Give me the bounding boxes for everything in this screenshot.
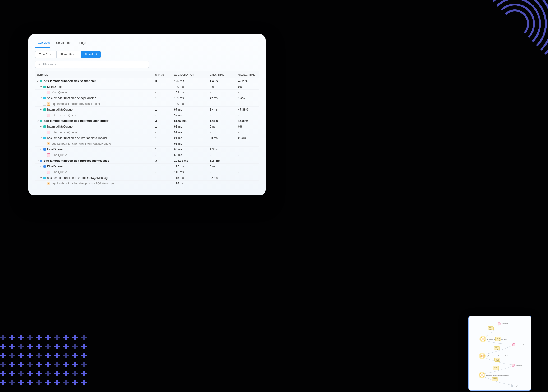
col-spans: SPANS bbox=[155, 73, 174, 76]
table-row[interactable]: IntermediateQueue191 ms0 ns0% bbox=[35, 124, 259, 129]
svg-rect-6 bbox=[482, 338, 484, 340]
view-toggle: Tree Chart Flame Graph Span List bbox=[35, 51, 101, 58]
svg-text:FinalQueue: FinalQueue bbox=[515, 364, 522, 366]
cell-exec: 1.41 s bbox=[210, 119, 238, 123]
map-badge: 97 ms1 req bbox=[495, 337, 501, 341]
chevron-down-icon[interactable] bbox=[40, 177, 42, 179]
cell-exec: 0 ns bbox=[210, 85, 238, 88]
table-row[interactable]: MainQueue1139 ms0 ns0% bbox=[35, 84, 259, 90]
chevron-down-icon[interactable] bbox=[40, 126, 42, 128]
span-table: SERVICE SPANS AVG DURATION EXEC TIME %EX… bbox=[35, 71, 259, 186]
table-row[interactable]: sqs-lambda-function-dev-sqshandler3125 m… bbox=[35, 78, 259, 84]
tree-connector bbox=[43, 182, 46, 185]
map-node[interactable]: IntermediateQueue bbox=[513, 344, 527, 346]
cell-pct: - bbox=[238, 142, 262, 145]
filter-input[interactable] bbox=[35, 61, 149, 68]
chevron-down-icon[interactable] bbox=[36, 80, 39, 82]
table-row[interactable]: FinalQueue-63 ms-- bbox=[35, 152, 259, 158]
chevron-down-icon[interactable] bbox=[36, 160, 39, 162]
table-row[interactable]: IntermediateQueue-91 ms-- bbox=[35, 129, 259, 135]
cell-spans: - bbox=[155, 170, 174, 174]
view-tree-chart[interactable]: Tree Chart bbox=[35, 51, 57, 58]
lambda-icon: λ bbox=[47, 182, 50, 185]
service-dot-icon bbox=[43, 177, 46, 179]
cell-spans: 1 bbox=[155, 148, 174, 151]
cell-pct: 0% bbox=[238, 125, 262, 128]
cell-avg: 115 ms bbox=[174, 170, 210, 174]
svg-text:IntermediateQueue: IntermediateQueue bbox=[516, 344, 527, 345]
map-node[interactable]: MainQueue bbox=[498, 322, 508, 325]
chevron-down-icon[interactable] bbox=[40, 86, 42, 88]
service-label: IntermediateQueue bbox=[52, 131, 77, 134]
cell-avg: 91 ms bbox=[174, 136, 210, 140]
table-row[interactable]: IntermediateQueue197 ms1.44 s47.88% bbox=[35, 107, 259, 112]
service-label: sqs-lambda-function-dev-sqshandler bbox=[44, 79, 96, 83]
cell-spans: 1 bbox=[155, 85, 174, 88]
chevron-down-icon[interactable] bbox=[40, 165, 42, 168]
view-flame-graph[interactable]: Flame Graph bbox=[57, 51, 81, 58]
tab-service-map[interactable]: Service map bbox=[56, 39, 73, 47]
svg-rect-12 bbox=[481, 355, 483, 357]
cell-pct: - bbox=[238, 102, 262, 105]
chevron-down-icon[interactable] bbox=[40, 97, 42, 99]
svg-text:1.48 s: 1.48 s bbox=[489, 327, 493, 329]
lambda-icon: λ bbox=[47, 142, 50, 145]
table-row[interactable]: sqs-lambda-function-dev-intermediateHand… bbox=[35, 135, 259, 141]
cell-exec: - bbox=[210, 114, 238, 117]
map-node[interactable]: sqs-lambda-function-dev-sqsHandler bbox=[479, 336, 507, 343]
cell-spans: 1 bbox=[155, 97, 174, 100]
cell-pct: 46.88% bbox=[238, 119, 262, 123]
table-row[interactable]: sqs-lambda-function-dev-intermediatehand… bbox=[35, 118, 259, 124]
table-row[interactable]: sqs-lambda-function-dev-processsqsmessag… bbox=[35, 158, 259, 164]
table-row[interactable]: FinalQueue1115 ms0 ns bbox=[35, 164, 259, 169]
cell-pct: - bbox=[238, 182, 262, 185]
cell-exec: - bbox=[210, 154, 238, 157]
table-row[interactable]: sqs-lambda-function-dev-processSQSMessag… bbox=[35, 175, 259, 181]
service-map-inset[interactable]: MainQueuesqs-lambda-function-dev-sqsHand… bbox=[468, 316, 531, 391]
chevron-down-icon[interactable] bbox=[40, 108, 42, 111]
decorative-plus-grid bbox=[0, 335, 89, 387]
cell-pct: - bbox=[238, 131, 262, 134]
svg-rect-8 bbox=[513, 344, 515, 346]
table-row[interactable]: FinalQueue-115 ms-- bbox=[35, 169, 259, 175]
cell-exec: 115 ms bbox=[210, 159, 238, 162]
cell-exec: 28 ms bbox=[210, 136, 238, 140]
cell-spans: - bbox=[155, 114, 174, 117]
chevron-down-icon[interactable] bbox=[40, 148, 42, 150]
cell-exec: - bbox=[210, 170, 238, 174]
tab-logs[interactable]: Logs bbox=[79, 39, 86, 47]
map-node[interactable]: sample-bank bbox=[511, 385, 521, 387]
chevron-down-icon[interactable] bbox=[36, 120, 39, 122]
service-label: MainQueue bbox=[52, 91, 67, 94]
cell-exec: - bbox=[210, 142, 238, 145]
svg-text:sample-bank: sample-bank bbox=[514, 385, 521, 386]
queue-icon bbox=[47, 131, 50, 134]
cell-spans: 1 bbox=[155, 136, 174, 140]
table-row[interactable]: λsqs-lambda-function-dev-processSQSMessa… bbox=[35, 181, 259, 186]
cell-avg: 139 ms bbox=[174, 91, 210, 94]
cell-avg: 91 ms bbox=[174, 131, 210, 134]
map-badge: 65 ms1 req bbox=[492, 377, 498, 381]
table-row[interactable]: λsqs-lambda-function-dev-intermediateHan… bbox=[35, 141, 259, 147]
cell-pct: 49.28% bbox=[238, 79, 262, 83]
tree-connector bbox=[43, 154, 46, 157]
col-avg-duration: AVG DURATION bbox=[174, 73, 210, 76]
cell-exec: 0 ns bbox=[210, 125, 238, 128]
tab-trace-view[interactable]: Trace view bbox=[35, 38, 50, 48]
service-label: IntermediateQueue bbox=[52, 114, 77, 117]
queue-icon bbox=[47, 114, 50, 117]
map-node[interactable]: FinalQueue bbox=[512, 364, 522, 366]
table-row[interactable]: λsqs-lambda-function-dev-sqsHandler-139 … bbox=[35, 101, 259, 107]
table-row[interactable]: IntermediateQueue-97 ms-- bbox=[35, 112, 259, 118]
view-span-list[interactable]: Span List bbox=[81, 51, 101, 58]
table-row[interactable]: MainQueue-139 ms-- bbox=[35, 90, 259, 95]
service-dot-icon bbox=[43, 86, 46, 88]
chevron-down-icon[interactable] bbox=[40, 137, 42, 139]
table-row[interactable]: FinalQueue163 ms1.38 s bbox=[35, 147, 259, 152]
cell-pct: - bbox=[238, 91, 262, 94]
cell-spans: - bbox=[155, 91, 174, 94]
table-row[interactable]: sqs-lambda-function-dev-sqsHandler1139 m… bbox=[35, 95, 259, 101]
cell-pct: 47.88% bbox=[238, 108, 262, 111]
trace-card: Trace view Service map Logs Tree Chart F… bbox=[28, 34, 266, 196]
service-label: sqs-lambda-function-dev-intermediatehand… bbox=[44, 119, 108, 123]
